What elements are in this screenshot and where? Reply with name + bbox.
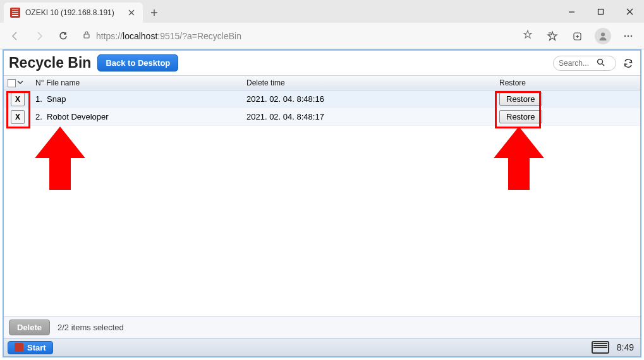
row-delete-time: 2021. 02. 04. 8:48:16	[246, 94, 497, 104]
collections-button[interactable]	[567, 25, 588, 47]
row-filename: Robot Developer	[47, 112, 109, 121]
minimize-button[interactable]	[557, 0, 586, 23]
table-header: N° File name Delete time Restore	[4, 75, 640, 90]
start-button[interactable]: Start	[8, 341, 53, 354]
search-input[interactable]	[559, 59, 597, 68]
svg-point-3	[601, 32, 605, 36]
maximize-button[interactable]	[586, 0, 615, 23]
svg-point-7	[598, 59, 603, 64]
column-filename[interactable]: File name	[46, 78, 80, 87]
close-window-button[interactable]	[615, 0, 644, 23]
start-icon	[15, 343, 23, 352]
svg-point-5	[628, 35, 629, 37]
back-button[interactable]	[5, 26, 25, 46]
table-body: X 1. Snap 2021. 02. 04. 8:48:16 Restore …	[4, 90, 640, 316]
row-number: 1.	[35, 94, 42, 104]
row-delete-time: 2021. 02. 04. 8:48:17	[246, 112, 497, 121]
new-tab-button[interactable]	[145, 4, 163, 22]
site-permission-icon[interactable]	[523, 30, 533, 42]
profile-button[interactable]	[592, 25, 614, 47]
table-row[interactable]: X 2. Robot Developer 2021. 02. 04. 8:48:…	[4, 108, 640, 126]
svg-point-4	[624, 35, 626, 37]
browser-toolbar: https://localhost:9515/?a=RecycleBin	[0, 23, 644, 49]
app-window: Recycle Bin Back to Desktop N° File name…	[3, 49, 641, 357]
menu-button[interactable]	[617, 25, 639, 47]
selection-status: 2/2 items selected	[58, 323, 124, 332]
favorites-button[interactable]	[542, 25, 563, 47]
browser-titlebar: OZEKI 10 (192.168.8.191)	[0, 0, 644, 23]
column-n[interactable]: N°	[35, 78, 44, 87]
browser-tab[interactable]: OZEKI 10 (192.168.8.191)	[4, 3, 143, 23]
window-controls	[557, 0, 644, 23]
forward-button[interactable]	[29, 26, 49, 46]
url-text: https://localhost:9515/?a=RecycleBin	[96, 31, 518, 41]
restore-button[interactable]: Restore	[499, 110, 542, 123]
delete-selected-button[interactable]: Delete	[9, 320, 50, 335]
column-restore: Restore	[497, 78, 526, 87]
delete-row-button[interactable]: X	[11, 110, 25, 124]
taskbar-clock: 8:49	[614, 342, 636, 352]
svg-rect-1	[84, 34, 89, 38]
tab-favicon	[10, 8, 20, 18]
search-box[interactable]	[553, 56, 616, 71]
taskbar: Start 8:49	[4, 338, 640, 356]
lock-icon	[82, 30, 91, 41]
restore-button[interactable]: Restore	[499, 92, 542, 106]
start-label: Start	[27, 343, 46, 352]
svg-rect-0	[598, 9, 603, 14]
search-icon[interactable]	[597, 58, 605, 68]
refresh-button[interactable]	[621, 56, 635, 70]
tab-title: OZEKI 10 (192.168.8.191)	[25, 8, 126, 17]
row-filename: Snap	[47, 94, 66, 104]
back-to-desktop-button[interactable]: Back to Desktop	[97, 54, 178, 71]
reload-button[interactable]	[53, 26, 73, 46]
column-delete-time[interactable]: Delete time	[246, 78, 497, 87]
page-header: Recycle Bin Back to Desktop	[4, 51, 640, 75]
page-title: Recycle Bin	[9, 54, 91, 71]
keyboard-icon[interactable]	[592, 341, 609, 354]
tab-close-button[interactable]	[126, 8, 137, 18]
svg-point-6	[631, 35, 633, 37]
table-row[interactable]: X 1. Snap 2021. 02. 04. 8:48:16 Restore	[4, 90, 640, 108]
select-dropdown[interactable]	[17, 78, 23, 87]
row-number: 2.	[35, 112, 42, 121]
select-all-checkbox[interactable]	[8, 79, 16, 87]
delete-row-button[interactable]: X	[11, 92, 25, 106]
footer-bar: Delete 2/2 items selected	[4, 316, 640, 338]
avatar-icon	[595, 28, 611, 44]
address-bar[interactable]: https://localhost:9515/?a=RecycleBin	[77, 27, 538, 46]
